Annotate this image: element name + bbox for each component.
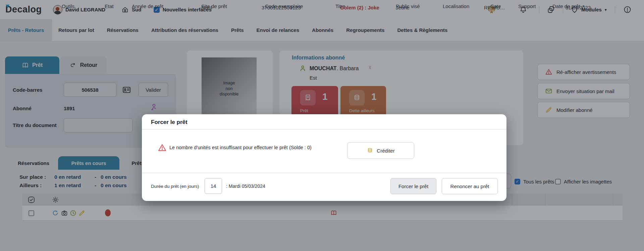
loan-duration-label: Durée du prêt (en jours): [151, 184, 199, 189]
coins-icon: [367, 147, 373, 154]
force-loan-button[interactable]: Forcer le prêt: [390, 178, 436, 194]
modal-title: Forcer le prêt: [151, 119, 187, 126]
credit-button[interactable]: Créditer: [347, 142, 414, 159]
force-loan-label: Forcer le prêt: [398, 183, 428, 189]
credit-label: Créditer: [377, 148, 394, 154]
insufficient-units-message: Le nombre d'unités est insuffisant pour …: [169, 145, 312, 150]
cancel-loan-button[interactable]: Renoncer au prêt: [442, 178, 498, 194]
modal-footer-divider: [142, 173, 506, 173]
force-loan-modal: Forcer le prêt Le nombre d'unités est in…: [142, 114, 506, 201]
loan-duration-input[interactable]: [205, 178, 222, 194]
decalog-app: Decalog David LEGRAND Sud ✓ Nouvelles in…: [0, 0, 644, 251]
due-date-text: : Mardi 05/03/2024: [226, 183, 265, 189]
cancel-loan-label: Renoncer au prêt: [450, 183, 489, 189]
modal-divider: [142, 129, 506, 129]
warning-icon: [158, 143, 167, 152]
